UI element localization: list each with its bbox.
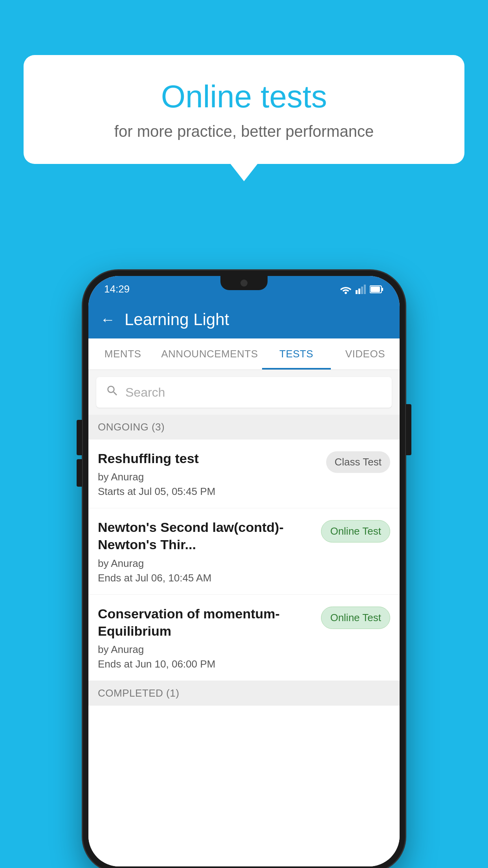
- test-info-1: Reshuffling test by Anurag Starts at Jul…: [98, 450, 326, 498]
- phone-screen: 14:29: [88, 276, 400, 866]
- volume-button: [77, 459, 82, 487]
- wifi-icon: [340, 285, 352, 294]
- svg-rect-2: [361, 287, 363, 294]
- speech-bubble-container: Online tests for more practice, better p…: [24, 55, 464, 164]
- test-badge-3: Online Test: [321, 607, 390, 629]
- tab-tests[interactable]: TESTS: [262, 338, 331, 370]
- tab-bar: MENTS ANNOUNCEMENTS TESTS VIDEOS: [88, 338, 400, 370]
- phone-frame: 14:29: [83, 270, 405, 868]
- completed-label: COMPLETED (1): [98, 687, 179, 699]
- test-name-2: Newton's Second law(contd)-Newton's Thir…: [98, 519, 313, 553]
- tab-announcements[interactable]: ANNOUNCEMENTS: [157, 338, 262, 370]
- tab-videos[interactable]: VIDEOS: [331, 338, 400, 370]
- speech-bubble-subtitle: for more practice, better performance: [55, 123, 433, 140]
- test-author-1: by Anurag: [98, 471, 318, 483]
- test-item-newton[interactable]: Newton's Second law(contd)-Newton's Thir…: [88, 508, 400, 594]
- test-date-2: Ends at Jul 06, 10:45 AM: [98, 572, 313, 584]
- phone-notch: [220, 276, 268, 290]
- test-info-2: Newton's Second law(contd)-Newton's Thir…: [98, 519, 321, 584]
- speech-bubble: Online tests for more practice, better p…: [24, 55, 464, 164]
- test-badge-1: Class Test: [326, 451, 390, 473]
- test-name-3: Conservation of momentum-Equilibrium: [98, 605, 313, 640]
- ongoing-label: ONGOING (3): [98, 421, 165, 433]
- test-info-3: Conservation of momentum-Equilibrium by …: [98, 605, 321, 670]
- search-placeholder-text: Search: [125, 385, 165, 400]
- search-container: Search: [88, 370, 400, 415]
- completed-section-header: COMPLETED (1): [88, 681, 400, 706]
- test-author-2: by Anurag: [98, 557, 313, 570]
- status-time: 14:29: [104, 283, 130, 295]
- tab-ments[interactable]: MENTS: [88, 338, 157, 370]
- speech-bubble-title: Online tests: [55, 79, 433, 115]
- app-header: ← Learning Light: [88, 301, 400, 338]
- test-date-1: Starts at Jul 05, 05:45 PM: [98, 485, 318, 498]
- back-button[interactable]: ←: [100, 311, 115, 328]
- svg-rect-1: [358, 289, 360, 294]
- test-item-reshuffling[interactable]: Reshuffling test by Anurag Starts at Jul…: [88, 440, 400, 508]
- svg-rect-0: [356, 290, 358, 294]
- search-icon: [106, 384, 119, 401]
- search-bar[interactable]: Search: [96, 377, 392, 408]
- svg-rect-5: [382, 288, 383, 291]
- test-date-3: Ends at Jun 10, 06:00 PM: [98, 658, 313, 670]
- signal-icon: [356, 285, 366, 294]
- app-title: Learning Light: [125, 310, 229, 329]
- battery-icon: [370, 285, 384, 294]
- test-list: Reshuffling test by Anurag Starts at Jul…: [88, 440, 400, 866]
- svg-rect-3: [364, 285, 366, 294]
- test-badge-2: Online Test: [321, 520, 390, 542]
- test-name-1: Reshuffling test: [98, 450, 318, 467]
- status-icons: [340, 285, 384, 294]
- svg-rect-6: [371, 287, 380, 292]
- test-author-3: by Anurag: [98, 644, 313, 656]
- ongoing-section-header: ONGOING (3): [88, 415, 400, 440]
- test-item-conservation[interactable]: Conservation of momentum-Equilibrium by …: [88, 595, 400, 681]
